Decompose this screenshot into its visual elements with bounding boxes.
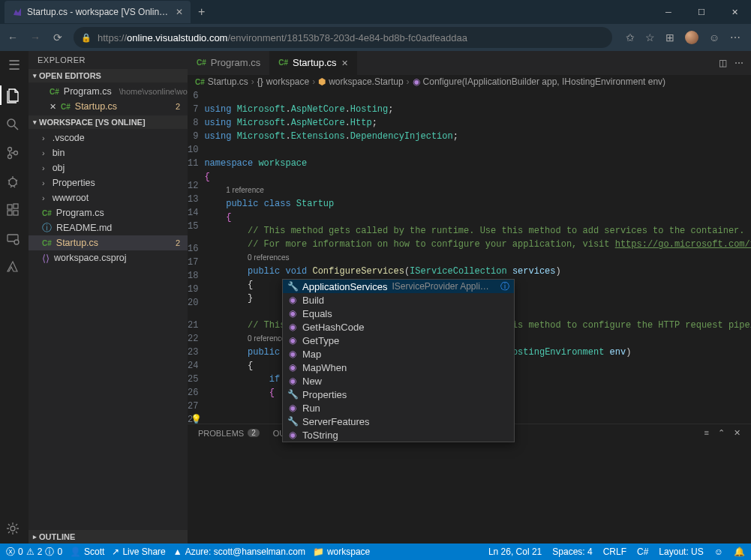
svg-point-3 — [8, 155, 12, 159]
svg-rect-6 — [8, 205, 12, 209]
close-tab-icon[interactable]: ✕ — [341, 51, 348, 75]
new-tab-button[interactable]: + — [191, 5, 212, 19]
intellisense-item[interactable]: ◉New — [283, 374, 514, 388]
intellisense-item[interactable]: ◉MapWhen — [283, 361, 514, 374]
status-errors[interactable]: ⓧ 0 ⚠ 2 ⓘ 0 — [6, 546, 62, 559]
remote-icon[interactable] — [5, 231, 23, 246]
tree-item[interactable]: obj — [29, 160, 188, 175]
status-liveshare[interactable]: ↗ Live Share — [112, 547, 165, 557]
status-eol[interactable]: CRLF — [603, 547, 626, 557]
status-feedback-icon[interactable]: ☺ — [714, 547, 723, 557]
intellisense-item[interactable]: ◉GetHashCode — [283, 320, 514, 334]
minimize-button[interactable]: ─ — [652, 0, 685, 24]
url-text: https://online.visualstudio.com/environm… — [98, 32, 467, 43]
editor-tab[interactable]: C# Program.cs — [188, 51, 269, 75]
tree-item[interactable]: C#Startup.cs2 — [29, 235, 188, 250]
sidebar-title: EXPLORER — [29, 51, 188, 69]
forward-button[interactable]: → — [29, 31, 42, 43]
more-actions-icon[interactable]: ⋯ — [734, 58, 743, 68]
tree-item[interactable]: .vscode — [29, 130, 188, 145]
editor-tab[interactable]: C# Startup.cs ✕ — [269, 51, 356, 75]
tree-item[interactable]: bin — [29, 145, 188, 160]
extensions-icon[interactable] — [5, 202, 23, 217]
svg-point-5 — [9, 178, 17, 186]
tree-item[interactable]: wwwroot — [29, 190, 188, 205]
tree-item[interactable]: C#Program.cs — [29, 205, 188, 220]
browser-tab-bar: Startup.cs - workspace [VS Onlin… ✕ + ─ … — [0, 0, 751, 24]
maximize-button[interactable]: ☐ — [685, 0, 718, 24]
azure-icon[interactable] — [5, 259, 23, 274]
browser-tab[interactable]: Startup.cs - workspace [VS Onlin… ✕ — [5, 1, 191, 23]
debug-icon[interactable] — [5, 174, 23, 189]
intellisense-item[interactable]: 🔧ApplicationServicesIServiceProvider App… — [283, 280, 514, 293]
intellisense-item[interactable]: 🔧Properties — [283, 388, 514, 401]
intellisense-item[interactable]: ◉Run — [283, 401, 514, 415]
close-icon[interactable]: ✕ — [50, 102, 56, 112]
status-azure[interactable]: ▲ Azure: scott@hanselman.com — [173, 547, 305, 557]
intellisense-item[interactable]: ◉Build — [283, 293, 514, 307]
explorer-icon[interactable] — [5, 87, 23, 103]
back-button[interactable]: ← — [6, 31, 20, 43]
open-editor-item[interactable]: C# Program.cs \home\vsonline\workspace — [29, 84, 188, 99]
breadcrumb[interactable]: C# Startup.cs › {} workspace › ⬢ workspa… — [188, 75, 751, 89]
line-gutter: 6789101112131415161718192021222324252627… — [188, 89, 204, 424]
svg-point-12 — [11, 526, 15, 531]
intellisense-item[interactable]: ◉Map — [283, 347, 514, 361]
workspace-header[interactable]: ▾WORKSPACE [VS ONLINE] — [29, 115, 188, 129]
intellisense-popup[interactable]: 🔧ApplicationServicesIServiceProvider App… — [282, 279, 515, 442]
csharp-file-icon: C# — [61, 103, 71, 111]
intellisense-item[interactable]: 🔧ServerFeatures — [283, 415, 514, 428]
intellisense-item[interactable]: ◉ToString — [283, 428, 514, 442]
favorite-icon[interactable]: ☆ — [645, 31, 655, 43]
feedback-icon[interactable]: ☺ — [709, 31, 719, 43]
panel-close-icon[interactable]: ✕ — [734, 428, 740, 438]
status-user[interactable]: 👤 Scott — [70, 547, 104, 557]
tree-item[interactable]: ⟨⟩workspace.csproj — [29, 250, 188, 265]
read-aloud-icon[interactable]: ✩ — [626, 31, 635, 43]
tree-item[interactable]: ⓘREADME.md — [29, 220, 188, 235]
csharp-file-icon: C# — [42, 209, 52, 217]
status-lang[interactable]: C# — [637, 547, 648, 557]
csharp-file-icon: C# — [50, 88, 59, 96]
menu-icon[interactable]: ☰ — [5, 57, 23, 73]
intellisense-item[interactable]: ◉Equals — [283, 307, 514, 320]
status-layout[interactable]: Layout: US — [659, 547, 703, 557]
address-bar: ← → ⟳ 🔒 https://online.visualstudio.com/… — [0, 24, 751, 51]
panel-filter-icon[interactable]: ≡ — [704, 428, 709, 438]
source-control-icon[interactable] — [5, 145, 23, 160]
status-spaces[interactable]: Spaces: 4 — [552, 547, 592, 557]
svg-rect-9 — [14, 204, 18, 208]
close-tab-icon[interactable]: ✕ — [176, 7, 183, 17]
split-editor-icon[interactable]: ◫ — [719, 58, 727, 68]
window-controls: ─ ☐ ✕ — [652, 0, 751, 24]
svg-rect-7 — [8, 211, 12, 215]
panel-tab-problems[interactable]: PROBLEMS 2 — [198, 429, 260, 438]
intellisense-item[interactable]: ◉GetType — [283, 334, 514, 347]
status-folder[interactable]: 📁 workspace — [313, 547, 370, 557]
svg-rect-8 — [14, 211, 18, 215]
browser-chrome: Startup.cs - workspace [VS Onlin… ✕ + ─ … — [0, 0, 751, 51]
open-editor-item[interactable]: ✕ C# Startup.cs 2 — [29, 99, 188, 114]
browser-tab-title: Startup.cs - workspace [VS Onlin… — [27, 7, 168, 17]
collections-icon[interactable]: ⊞ — [665, 31, 674, 43]
editor-tabs: C# Program.cs C# Startup.cs ✕ ◫ ⋯ — [188, 51, 751, 75]
activity-bar: ☰ — [0, 51, 29, 544]
browser-menu-icon[interactable]: ⋯ — [730, 31, 740, 43]
url-input[interactable]: 🔒 https://online.visualstudio.com/enviro… — [74, 27, 612, 48]
status-bell-icon[interactable]: 🔔 — [734, 547, 745, 557]
panel-maximize-icon[interactable]: ⌃ — [718, 428, 725, 438]
profile-avatar[interactable] — [685, 31, 698, 44]
search-icon[interactable] — [5, 117, 23, 132]
open-editors-header[interactable]: ▾OPEN EDITORS — [29, 69, 188, 82]
tree-item[interactable]: Properties — [29, 175, 188, 190]
outline-header[interactable]: ▸OUTLINE — [29, 530, 188, 544]
svg-point-0 — [8, 119, 15, 127]
refresh-button[interactable]: ⟳ — [51, 31, 65, 43]
svg-point-4 — [14, 151, 18, 155]
close-window-button[interactable]: ✕ — [718, 0, 751, 24]
status-cursor[interactable]: Ln 26, Col 21 — [488, 547, 542, 557]
lightbulb-icon[interactable]: 💡 — [191, 413, 202, 424]
settings-icon[interactable] — [5, 521, 23, 536]
status-bar: ⓧ 0 ⚠ 2 ⓘ 0 👤 Scott ↗ Live Share ▲ Azure… — [0, 544, 751, 560]
csharp-file-icon: C# — [197, 51, 206, 75]
